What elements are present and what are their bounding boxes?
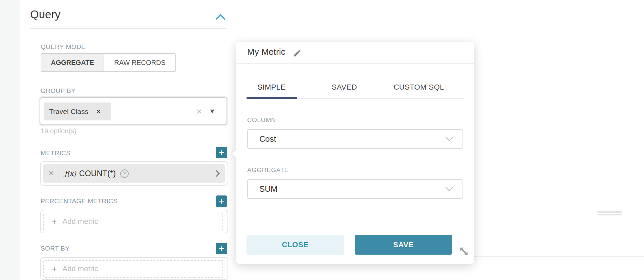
popover-header-divider bbox=[236, 63, 474, 64]
query-section-title: Query bbox=[30, 8, 61, 21]
help-icon[interactable]: ? bbox=[120, 169, 129, 178]
tag-remove-icon[interactable]: ✕ bbox=[96, 108, 101, 115]
add-metric-placeholder[interactable]: + Add metric bbox=[43, 213, 223, 230]
grip-line bbox=[598, 211, 622, 213]
query-mode-aggregate[interactable]: AGGREGATE bbox=[41, 54, 104, 71]
chevron-right-icon[interactable] bbox=[215, 169, 220, 178]
placeholder-text: Add metric bbox=[63, 217, 98, 226]
tab-simple[interactable]: SIMPLE bbox=[246, 83, 297, 93]
pill-separator bbox=[59, 166, 59, 181]
chevron-down-icon bbox=[445, 186, 454, 192]
options-count-helper: 19 option(s) bbox=[41, 127, 77, 135]
resize-handle-icon[interactable] bbox=[458, 246, 470, 257]
percentage-metrics-label: PERCENTAGE METRICS bbox=[41, 197, 117, 205]
query-mode-raw-records[interactable]: RAW RECORDS bbox=[104, 54, 175, 71]
aggregate-label: AGGREGATE bbox=[247, 166, 289, 174]
grip-line bbox=[598, 214, 622, 215]
column-select[interactable]: Cost bbox=[247, 129, 463, 149]
metric-pill-count[interactable]: ✕ ƒ(x) COUNT(*) ? bbox=[43, 164, 225, 183]
group-by-tag: Travel Class ✕ bbox=[44, 102, 111, 120]
metric-name: COUNT(*) bbox=[79, 169, 116, 178]
metric-edit-popover: My Metric SIMPLE SAVED CUSTOM SQL COLUMN… bbox=[236, 42, 474, 264]
chevron-up-icon[interactable] bbox=[215, 13, 226, 21]
add-metric-placeholder[interactable]: + Add metric bbox=[43, 260, 223, 278]
popover-arrow bbox=[232, 149, 240, 158]
tab-custom-sql[interactable]: CUSTOM SQL bbox=[378, 83, 459, 93]
aggregate-value: SUM bbox=[259, 184, 445, 194]
chevron-down-icon bbox=[445, 136, 454, 142]
caret-down-icon[interactable]: ▾ bbox=[210, 107, 214, 116]
clear-icon[interactable]: × bbox=[196, 106, 202, 117]
active-tab-indicator bbox=[246, 97, 297, 99]
pencil-icon[interactable] bbox=[293, 49, 302, 57]
plus-icon: + bbox=[52, 217, 57, 226]
splitter-grip[interactable] bbox=[598, 211, 622, 217]
aggregate-select[interactable]: SUM bbox=[247, 179, 463, 199]
metrics-label: METRICS bbox=[41, 149, 70, 157]
popover-title: My Metric bbox=[247, 47, 285, 57]
save-button[interactable]: SAVE bbox=[355, 235, 452, 255]
tag-label: Travel Class bbox=[49, 108, 88, 116]
section-divider bbox=[30, 28, 227, 29]
chart-builder-screen: Query QUERY MODE AGGREGATE RAW RECORDS G… bbox=[0, 0, 644, 280]
left-gutter bbox=[0, 0, 20, 280]
placeholder-text: Add metric bbox=[63, 264, 98, 273]
add-sort-metric-button[interactable]: + bbox=[216, 243, 227, 254]
add-metric-button[interactable]: + bbox=[216, 147, 227, 158]
add-percentage-metric-button[interactable]: + bbox=[216, 195, 227, 207]
metric-remove-icon[interactable]: ✕ bbox=[48, 169, 54, 178]
query-mode-label: QUERY MODE bbox=[41, 43, 86, 51]
group-by-label: GROUP BY bbox=[41, 87, 76, 95]
function-icon: ƒ(x) bbox=[64, 169, 76, 178]
column-value: Cost bbox=[259, 134, 445, 144]
query-mode-toggle: AGGREGATE RAW RECORDS bbox=[41, 53, 176, 72]
tab-saved[interactable]: SAVED bbox=[321, 83, 368, 93]
close-button[interactable]: CLOSE bbox=[246, 235, 344, 255]
plus-icon: + bbox=[52, 265, 57, 273]
sort-by-label: SORT BY bbox=[41, 245, 70, 252]
column-label: COLUMN bbox=[247, 116, 276, 124]
pill-separator bbox=[210, 166, 210, 181]
